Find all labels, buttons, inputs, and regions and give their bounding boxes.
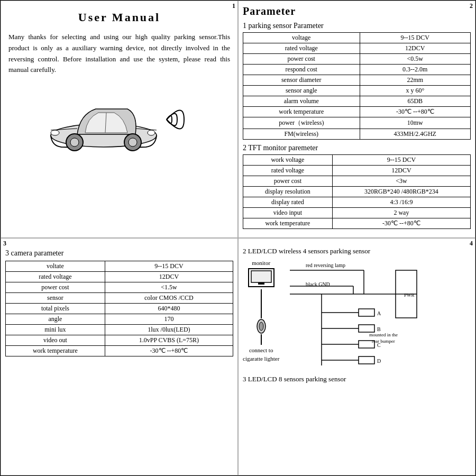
- table-row: total pixels640*480: [6, 304, 233, 314]
- svg-point-5: [129, 138, 137, 147]
- table-row: voltate9--15 DCV: [6, 261, 233, 272]
- table-row: work temperature-30℃ --+80℃: [243, 107, 471, 117]
- table-row: power cost<1.5w: [6, 282, 233, 293]
- table-row: sensor diameter22mm: [243, 75, 471, 86]
- svg-text:rear bumper: rear bumper: [372, 338, 395, 344]
- table-row: work temperature-30℃ --+80℃: [6, 346, 233, 356]
- table-row: rated voltage12DCV: [243, 43, 471, 54]
- parameter-heading: Parameter: [243, 5, 471, 17]
- table-row: sensor anglex y 60°: [243, 86, 471, 96]
- quadrant-camera: 3 3 camera parameter voltate9--15 DCVrat…: [1, 238, 238, 475]
- diagram-left-side: monitor connect to: [243, 260, 279, 372]
- led-lcd-8-sensors-title: 3 LED/LCD 8 sensors parking sensor: [243, 375, 471, 383]
- user-manual-body: Many thanks for selecting and using our …: [5, 32, 233, 76]
- svg-point-3: [70, 138, 79, 147]
- sound-waves: [164, 96, 193, 143]
- svg-text:mounted  in the: mounted in the: [369, 332, 398, 337]
- connect-label: connect to: [249, 347, 273, 353]
- quadrant-user-manual: 1 User Manual Many thanks for selecting …: [1, 1, 238, 238]
- table-row: work voltage9--15 DCV: [243, 155, 471, 166]
- svg-rect-30: [359, 325, 374, 332]
- table-row: display resolution320RGB*240 /480RGB*234: [243, 187, 471, 197]
- svg-rect-10: [251, 271, 271, 282]
- table-row: respond cost0.3--2.0m: [243, 65, 471, 75]
- quadrant-parameters: 2 Parameter 1 parking sensor Parameter v…: [238, 1, 475, 238]
- corner-4: 4: [470, 240, 473, 248]
- corner-2: 2: [470, 2, 473, 10]
- svg-point-13: [259, 322, 263, 331]
- user-manual-title: User Manual: [5, 11, 233, 24]
- wiring-svg: red reversing lamp black GND power PWR: [290, 260, 438, 371]
- table-row: power（wireless)10mw: [243, 117, 471, 129]
- monitor-label: monitor: [252, 260, 270, 266]
- page: 1 User Manual Many thanks for selecting …: [0, 0, 476, 476]
- car-image: [45, 85, 162, 154]
- svg-text:A: A: [377, 310, 381, 316]
- svg-text:D: D: [377, 358, 381, 364]
- table-row: FM(wireless)433MH/2.4GHZ: [243, 129, 471, 140]
- corner-1: 1: [232, 2, 235, 10]
- led-lcd-title: 2 LED/LCD wireless 4 sensors parking sen…: [243, 247, 471, 255]
- section1-title: 1 parking sensor Parameter: [243, 22, 471, 30]
- table-row: video out1.0vPP CVBS (L=75R): [6, 335, 233, 346]
- svg-text:B: B: [377, 326, 381, 332]
- parking-sensor-table: voltage9--15 DCVrated voltage12DCVpower …: [243, 32, 471, 140]
- table-row: power cost<0.5w: [243, 54, 471, 65]
- corner-3: 3: [3, 240, 6, 248]
- table-row: rated voltage12DCV: [243, 166, 471, 176]
- table-row: display rated4:3 /16:9: [243, 197, 471, 208]
- svg-rect-36: [359, 356, 374, 364]
- svg-rect-27: [359, 309, 374, 316]
- svg-text:red  reversing lamp: red reversing lamp: [306, 262, 345, 268]
- table-row: alarm volume65DB: [243, 96, 471, 107]
- cigarette-label: cigaratte lighter: [243, 355, 279, 362]
- table-row: power cost<3w: [243, 176, 471, 187]
- quadrant-led-lcd: 4 2 LED/LCD wireless 4 sensors parking s…: [238, 238, 475, 475]
- table-row: mini lux1lux /0lux(LED): [6, 325, 233, 335]
- tft-monitor-table: work voltage9--15 DCVrated voltage12DCVp…: [243, 154, 471, 229]
- table-row: angle170: [6, 314, 233, 325]
- car-diagram: [5, 85, 233, 154]
- diagram-right-side: red reversing lamp black GND power PWR: [290, 260, 471, 372]
- section2-title: 2 TFT monitor paremeter: [243, 144, 471, 152]
- table-row: sensorcolor CMOS /CCD: [6, 293, 233, 304]
- svg-text:PWR: PWR: [404, 292, 415, 298]
- table-row: voltage9--15 DCV: [243, 33, 471, 43]
- svg-point-6: [51, 130, 59, 135]
- camera-section-title: 3 camera parameter: [5, 249, 233, 258]
- camera-parameter-table: voltate9--15 DCVrated voltage12DCVpower …: [5, 261, 233, 356]
- svg-point-7: [148, 130, 155, 135]
- table-row: work temperature-30℃ --+80℃: [243, 218, 471, 229]
- table-row: rated voltage12DCV: [6, 272, 233, 282]
- monitor-box: [248, 268, 274, 287]
- table-row: video input2 way: [243, 208, 471, 218]
- svg-rect-11: [258, 282, 264, 285]
- wiring-diagram: monitor connect to: [243, 260, 471, 372]
